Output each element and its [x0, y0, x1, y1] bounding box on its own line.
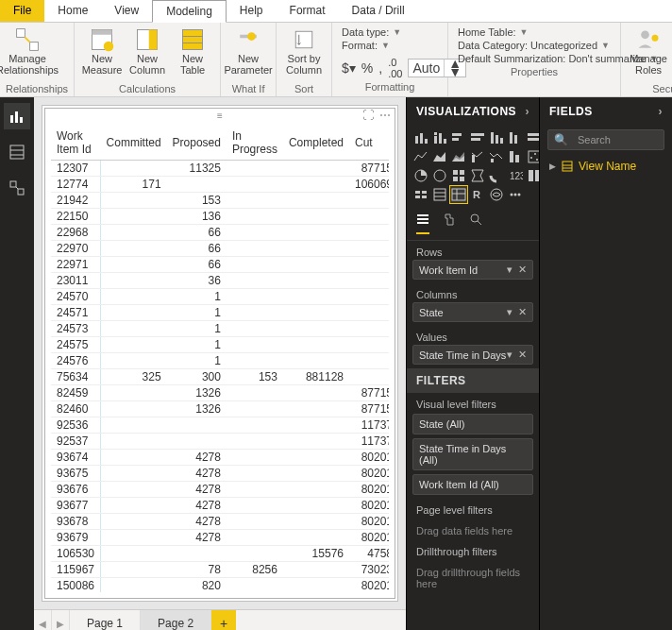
columns-field-well[interactable]: State▾✕	[412, 302, 533, 322]
table-row[interactable]: 936784278802011	[51, 514, 389, 530]
tab-file[interactable]: File	[0, 0, 44, 22]
viz-type-icon[interactable]	[431, 148, 448, 165]
table-row[interactable]: 936794278802011	[51, 530, 389, 546]
chevron-down-icon[interactable]: ▾	[507, 264, 512, 276]
table-row[interactable]: 936764278802011	[51, 482, 389, 498]
page-tab-1[interactable]: Page 1	[70, 610, 141, 630]
values-field-well[interactable]: State Time in Days▾✕	[412, 345, 533, 365]
page-filters-hint[interactable]: Drag data fields here	[407, 519, 539, 540]
tab-home[interactable]: Home	[44, 0, 101, 22]
table-row[interactable]: 2301136	[51, 273, 389, 289]
viz-type-icon[interactable]	[450, 167, 467, 184]
model-view-button[interactable]	[4, 175, 30, 201]
manage-relationships-button[interactable]: Manage Relationships	[6, 25, 49, 77]
viz-type-icon[interactable]	[450, 129, 467, 146]
table-row[interactable]: 936744278802011	[51, 450, 389, 466]
table-row[interactable]: 127741711060696	[51, 177, 389, 193]
table-row[interactable]: 115967788256730236	[51, 562, 389, 578]
matrix-header[interactable]: In Progress	[227, 126, 283, 161]
matrix-visual[interactable]: ≡ ⛶ ⋯ Work Item IdCommittedProposedIn Pr…	[44, 108, 395, 599]
table-row[interactable]: 936754278802011	[51, 466, 389, 482]
page-tab-2[interactable]: Page 2	[141, 610, 211, 630]
viz-type-icon[interactable]	[507, 186, 524, 203]
tab-format[interactable]: Format	[277, 0, 339, 22]
chevron-down-icon[interactable]: ▾	[507, 349, 512, 361]
decimal-decrease-button[interactable]: .0.00	[388, 57, 402, 79]
tab-data-drill[interactable]: Data / Drill	[339, 0, 418, 22]
viz-type-icon[interactable]	[488, 148, 505, 165]
visual-options-icon[interactable]: ⋯	[379, 109, 391, 122]
default-summarization-dropdown[interactable]: Default Summarization: Don't summarize▼	[458, 53, 611, 64]
collapse-fields-icon[interactable]: ›	[659, 105, 664, 118]
percent-format-button[interactable]: %	[361, 60, 373, 76]
report-view-button[interactable]	[4, 103, 30, 129]
new-table-button[interactable]: New Table	[171, 25, 214, 77]
expand-icon[interactable]: ▶	[549, 162, 556, 171]
filter-work-item-id[interactable]: Work Item Id (All)	[412, 474, 533, 495]
viz-type-icon[interactable]	[431, 129, 448, 146]
page-next-button[interactable]: ▶	[52, 610, 70, 630]
filter-state[interactable]: State (All)	[412, 414, 533, 434]
viz-type-icon[interactable]: R	[469, 186, 486, 203]
remove-field-icon[interactable]: ✕	[518, 306, 527, 318]
table-row[interactable]: 824591326877150	[51, 385, 389, 401]
format-dropdown[interactable]: Format:▼	[342, 40, 438, 51]
table-row[interactable]: 22150136	[51, 209, 389, 225]
filter-state-time[interactable]: State Time in Days (All)	[412, 438, 533, 470]
viz-type-icon[interactable]	[488, 129, 505, 146]
viz-type-icon[interactable]	[469, 129, 486, 146]
fields-search[interactable]: 🔍	[547, 129, 664, 150]
drag-handle-icon[interactable]: ≡	[217, 111, 223, 121]
matrix-header[interactable]: Committed	[101, 126, 167, 161]
fields-tab-icon[interactable]	[416, 213, 429, 234]
new-measure-button[interactable]: New Measure	[80, 25, 124, 77]
table-row[interactable]: 2297166	[51, 257, 389, 273]
page-prev-button[interactable]: ◀	[34, 610, 52, 630]
format-tab-icon[interactable]	[443, 213, 456, 234]
viz-type-icon[interactable]	[469, 148, 486, 165]
drillthrough-filters-hint[interactable]: Drag drillthrough fields here	[407, 561, 539, 593]
table-row[interactable]: 245761	[51, 353, 389, 369]
viz-type-icon[interactable]	[412, 148, 429, 165]
table-row[interactable]: 2297066	[51, 241, 389, 257]
table-row[interactable]: 92536117370	[51, 417, 389, 434]
table-row[interactable]: 245711	[51, 305, 389, 321]
viz-type-icon[interactable]	[450, 186, 467, 203]
matrix-header[interactable]: Proposed	[167, 126, 227, 161]
table-row[interactable]: 92537117370	[51, 434, 389, 450]
table-row[interactable]: 1065301557647586	[51, 546, 389, 562]
viz-type-icon[interactable]	[412, 186, 429, 203]
matrix-header[interactable]: Completed	[283, 126, 349, 161]
viz-type-icon[interactable]	[488, 167, 505, 184]
add-page-button[interactable]: +	[211, 610, 236, 630]
focus-mode-icon[interactable]: ⛶	[362, 109, 374, 122]
rows-field-well[interactable]: Work Item Id▾✕	[412, 260, 533, 280]
data-type-dropdown[interactable]: Data type:▼	[342, 26, 438, 38]
matrix-header[interactable]: Work Item Id	[51, 126, 101, 161]
viz-type-icon[interactable]	[431, 167, 448, 184]
manage-roles-button[interactable]: Manage Roles	[627, 25, 670, 77]
tab-modeling[interactable]: Modeling	[152, 0, 227, 23]
currency-format-button[interactable]: $▾	[342, 60, 356, 76]
chevron-down-icon[interactable]: ▾	[507, 306, 512, 318]
home-table-dropdown[interactable]: Home Table:▼	[458, 26, 611, 38]
viz-type-icon[interactable]: 123	[507, 167, 524, 184]
report-canvas[interactable]: ≡ ⛶ ⋯ Work Item IdCommittedProposedIn Pr…	[42, 105, 398, 602]
collapse-visualizations-icon[interactable]: ›	[526, 105, 530, 118]
table-row[interactable]: 245701	[51, 289, 389, 305]
viz-type-icon[interactable]	[469, 167, 486, 184]
fields-search-input[interactable]	[574, 130, 672, 149]
remove-field-icon[interactable]: ✕	[518, 264, 527, 276]
data-view-button[interactable]	[4, 139, 30, 165]
matrix-header[interactable]: Cut	[349, 126, 389, 161]
remove-field-icon[interactable]: ✕	[518, 349, 527, 361]
tab-help[interactable]: Help	[227, 0, 277, 22]
table-row[interactable]: 936774278802011	[51, 498, 389, 514]
comma-format-button[interactable]: ,	[378, 60, 382, 76]
table-row[interactable]: 21942153	[51, 193, 389, 209]
table-row[interactable]: 150086820802011	[51, 578, 389, 593]
new-parameter-button[interactable]: New Parameter	[227, 25, 270, 77]
table-row[interactable]: 245751	[51, 337, 389, 353]
field-table-row[interactable]: ▶ View Name	[549, 160, 663, 173]
table-row[interactable]: 824601326877150	[51, 401, 389, 417]
